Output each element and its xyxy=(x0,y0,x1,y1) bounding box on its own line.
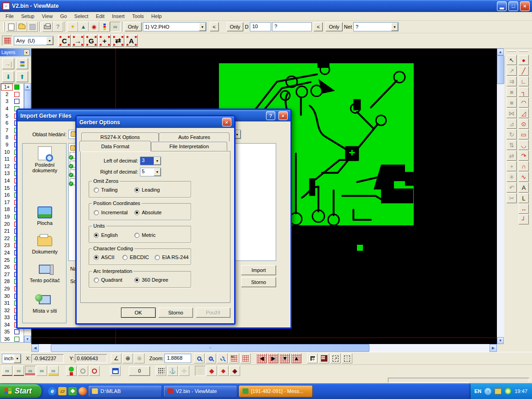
snap-grid-button[interactable] xyxy=(156,366,166,376)
layer-colors-button[interactable] xyxy=(99,22,110,32)
undo-arc-tool[interactable]: ↶ xyxy=(507,182,517,193)
flash-mode-dark-button[interactable]: ◆ xyxy=(230,366,240,376)
flash-mode-select-button[interactable]: ◆ xyxy=(218,366,229,376)
start-button[interactable]: Start xyxy=(0,384,42,398)
draw-triangle-tool[interactable]: ◿ xyxy=(519,108,529,118)
close-icon[interactable]: × xyxy=(24,49,30,55)
layer-row[interactable]: 1+ xyxy=(1,84,24,91)
select-filter-button[interactable] xyxy=(2,36,12,46)
radio-english[interactable]: English xyxy=(94,232,118,238)
draw-rect-tool[interactable]: ▭ xyxy=(519,129,529,139)
radio-quadrant[interactable]: Quadrant xyxy=(94,277,122,283)
canvas-vscrollbar[interactable]: ▲ ▼ xyxy=(497,48,504,344)
layer-color-box[interactable] xyxy=(14,337,19,342)
select-zoom-button[interactable]: ↗ xyxy=(330,353,341,363)
scroll-down-icon[interactable]: ▼ xyxy=(24,336,31,343)
close-button[interactable]: × xyxy=(222,118,231,127)
grid-toggle-button[interactable] xyxy=(240,353,251,363)
task-viewmate[interactable]: V2.bin - ViewMate xyxy=(163,385,237,397)
layer-up-button[interactable]: ⬆ xyxy=(16,71,28,82)
place-my-computer[interactable]: Tento počítač xyxy=(23,265,67,283)
only-dcode-button[interactable]: Only xyxy=(227,22,244,31)
draw-arc-tool[interactable]: ◡ xyxy=(519,140,529,150)
select-gerber-tool[interactable]: G xyxy=(85,35,97,47)
firefox-quicklaunch-icon[interactable] xyxy=(79,387,87,395)
place-desktop[interactable]: Plocha xyxy=(23,206,67,226)
view-draw-sketch-button[interactable]: ∞ xyxy=(48,366,59,376)
layer-color-box[interactable] xyxy=(14,85,19,90)
layer-combo[interactable]: 1) V2.PHO▼ xyxy=(143,22,206,31)
tab-auto-features[interactable]: Auto Features xyxy=(159,133,230,141)
menu-item[interactable]: Select xyxy=(71,12,92,20)
select-text-tool[interactable]: A xyxy=(125,35,138,47)
scroll-up-icon[interactable]: ▲ xyxy=(497,48,504,55)
canvas-hscrollbar[interactable]: ◀ ≡ ▶ xyxy=(31,344,497,352)
menu-item[interactable]: Go xyxy=(56,12,71,20)
tile-windows-button[interactable] xyxy=(110,366,121,376)
cancel-button[interactable]: Storno xyxy=(241,277,276,287)
view-draw-dots-button[interactable]: ∞ xyxy=(2,366,12,376)
palette-grip[interactable] xyxy=(507,50,516,52)
relative-move-button[interactable]: ⊹ xyxy=(179,366,189,376)
unit-combo[interactable]: inch▼ xyxy=(2,354,21,363)
draw-corner-tool[interactable]: ┐ xyxy=(519,87,529,97)
radio-absolute[interactable]: Absolute xyxy=(134,210,162,215)
radio-ascii[interactable]: ASCII xyxy=(94,254,115,260)
cancel-button[interactable]: Storno xyxy=(158,308,193,318)
only-net-button[interactable]: Only xyxy=(326,22,343,31)
lamp-off-button[interactable] xyxy=(78,366,88,376)
pan-down-button[interactable]: ▼ xyxy=(279,353,290,363)
layer-row[interactable]: 3 xyxy=(1,98,24,105)
help-button[interactable]: ? xyxy=(266,111,275,120)
layer-row[interactable]: 36 xyxy=(1,336,24,343)
copy-item-tool[interactable]: ⇉ xyxy=(507,76,517,86)
radio-leading[interactable]: Leading xyxy=(134,187,160,193)
ok-button[interactable]: OK xyxy=(121,308,156,318)
place-recent-documents[interactable]: Poslední dokumenty xyxy=(23,146,67,173)
scroll-left-icon[interactable]: ◀ xyxy=(31,344,39,352)
palette-grip[interactable] xyxy=(519,50,528,52)
tray-collapse-icon[interactable]: ‹ xyxy=(484,388,491,395)
select-pattern-button[interactable]: ∷ xyxy=(342,353,352,363)
draw-pad-tool[interactable]: ● xyxy=(519,55,529,65)
only-layer-button[interactable]: Only xyxy=(125,22,142,31)
tab-file-interpretation[interactable]: File Interpretation xyxy=(151,142,227,151)
dcode-filter-input[interactable]: ? xyxy=(272,22,312,31)
place-network[interactable]: Místa v síti xyxy=(23,295,67,314)
grid-detail-button[interactable] xyxy=(307,353,318,363)
gerber-dialog-titlebar[interactable]: Gerber Options × xyxy=(77,116,234,128)
left-of-decimal-combo[interactable]: 3 ▼ xyxy=(140,157,161,165)
prev-dcode-button[interactable]: < xyxy=(314,22,323,31)
layer-down-button[interactable]: ⬇ xyxy=(2,71,14,82)
dcode-input[interactable]: 10 xyxy=(250,22,271,31)
select-pad-tool[interactable]: + xyxy=(98,35,111,47)
filled-rect-tool[interactable]: ■ xyxy=(507,87,517,97)
rotate-tool[interactable]: ↻ xyxy=(507,129,517,139)
hscroll-thumb[interactable]: ≡ xyxy=(51,344,369,352)
layer-color-box[interactable] xyxy=(14,99,19,104)
layer-row[interactable]: 35 xyxy=(1,328,24,336)
scroll-up-icon[interactable]: ▲ xyxy=(24,83,31,90)
import-button[interactable]: Import xyxy=(241,265,276,275)
draw-scurve-tool[interactable]: ∿ xyxy=(519,172,529,182)
draw-vertex-tool[interactable]: ∟ xyxy=(519,76,529,86)
minimize-button[interactable]: ▂ xyxy=(497,1,507,11)
layer-film-button[interactable] xyxy=(16,58,28,69)
radio-eia-rs244[interactable]: EIA RS-244 xyxy=(155,254,188,260)
book-quicklaunch-icon[interactable]: ❖ xyxy=(68,387,77,395)
close-button[interactable]: × xyxy=(520,1,530,11)
task-mlab-folder[interactable]: D:\MLAB xyxy=(88,385,162,397)
scroll-down-icon[interactable]: ▼ xyxy=(497,337,504,344)
zoom-tool-button[interactable] xyxy=(194,353,205,363)
align-tool[interactable]: ⇄ xyxy=(507,151,517,161)
select-mode-combo[interactable]: Any (U) ▼ xyxy=(14,36,54,45)
layer-color-box[interactable] xyxy=(14,329,19,334)
chevron-down-icon[interactable]: ▼ xyxy=(154,168,161,176)
filled-poly-tool[interactable]: ■ xyxy=(507,97,517,108)
select-swap-tool[interactable]: ⇄ xyxy=(112,35,124,47)
layer-color-box[interactable] xyxy=(14,92,19,97)
menu-item[interactable]: Tools xyxy=(128,12,148,20)
angle-measure-button[interactable]: ∠ xyxy=(111,353,121,363)
chevron-down-icon[interactable]: ▼ xyxy=(154,157,161,165)
pan-up-button[interactable]: ▲ xyxy=(291,353,302,363)
